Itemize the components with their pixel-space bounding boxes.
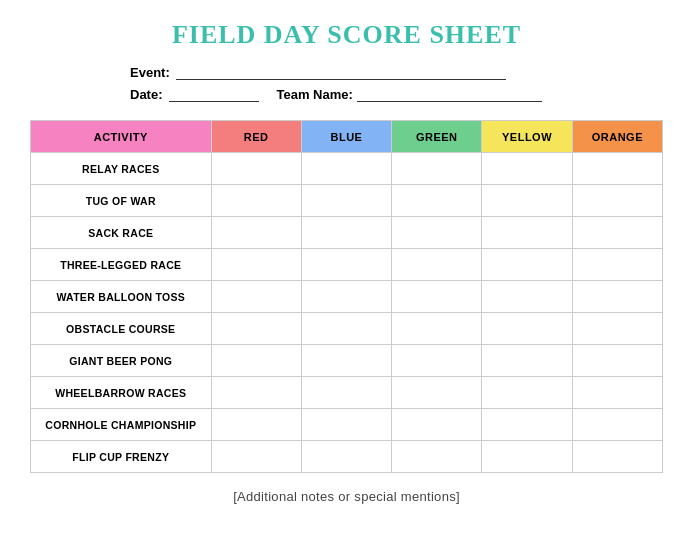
score-cell[interactable] [572,441,662,473]
score-cell[interactable] [301,249,391,281]
score-cell[interactable] [392,313,482,345]
score-cell[interactable] [211,345,301,377]
score-cell[interactable] [392,153,482,185]
score-cell[interactable] [392,281,482,313]
score-cell[interactable] [211,249,301,281]
score-cell[interactable] [392,217,482,249]
score-cell[interactable] [392,409,482,441]
score-cell[interactable] [482,441,572,473]
score-cell[interactable] [301,217,391,249]
event-label: Event: [130,65,170,80]
score-cell[interactable] [482,409,572,441]
activity-cell: SACK RACE [31,217,212,249]
table-row: SACK RACE [31,217,663,249]
score-cell[interactable] [301,185,391,217]
activity-cell: GIANT BEER PONG [31,345,212,377]
col-red: RED [211,121,301,153]
score-cell[interactable] [392,249,482,281]
score-cell[interactable] [482,377,572,409]
activity-cell: RELAY RACES [31,153,212,185]
table-row: WHEELBARROW RACES [31,377,663,409]
score-cell[interactable] [211,153,301,185]
score-cell[interactable] [482,153,572,185]
team-input[interactable] [357,86,542,102]
activity-cell: TUG OF WAR [31,185,212,217]
table-row: CORNHOLE CHAMPIONSHIP [31,409,663,441]
score-cell[interactable] [301,441,391,473]
score-cell[interactable] [482,313,572,345]
score-cell[interactable] [301,345,391,377]
table-row: TUG OF WAR [31,185,663,217]
score-cell[interactable] [392,345,482,377]
score-cell[interactable] [482,249,572,281]
activity-cell: FLIP CUP FRENZY [31,441,212,473]
form-fields: Event: Date: Team Name: [30,64,663,102]
score-cell[interactable] [301,281,391,313]
table-row: THREE-LEGGED RACE [31,249,663,281]
score-cell[interactable] [211,377,301,409]
score-cell[interactable] [482,345,572,377]
col-orange: ORANGE [572,121,662,153]
score-cell[interactable] [301,153,391,185]
score-cell[interactable] [211,217,301,249]
activity-cell: CORNHOLE CHAMPIONSHIP [31,409,212,441]
score-cell[interactable] [301,377,391,409]
col-yellow: YELLOW [482,121,572,153]
score-cell[interactable] [392,441,482,473]
score-table: ACTIVITY RED BLUE GREEN YELLOW ORANGE RE… [30,120,663,473]
score-cell[interactable] [572,153,662,185]
date-label: Date: [130,87,163,102]
score-cell[interactable] [211,281,301,313]
score-cell[interactable] [572,409,662,441]
score-cell[interactable] [392,185,482,217]
activity-cell: THREE-LEGGED RACE [31,249,212,281]
table-row: FLIP CUP FRENZY [31,441,663,473]
score-cell[interactable] [572,281,662,313]
activity-cell: WATER BALLOON TOSS [31,281,212,313]
score-cell[interactable] [482,217,572,249]
score-cell[interactable] [392,377,482,409]
table-row: RELAY RACES [31,153,663,185]
table-row: WATER BALLOON TOSS [31,281,663,313]
score-cell[interactable] [301,313,391,345]
activity-cell: WHEELBARROW RACES [31,377,212,409]
score-cell[interactable] [572,217,662,249]
score-cell[interactable] [482,185,572,217]
score-cell[interactable] [211,441,301,473]
col-activity: ACTIVITY [31,121,212,153]
table-row: OBSTACLE COURSE [31,313,663,345]
score-cell[interactable] [572,185,662,217]
page-title: FIELD DAY SCORE SHEET [30,20,663,50]
score-cell[interactable] [572,377,662,409]
notes-text: [Additional notes or special mentions] [30,489,663,504]
date-input[interactable] [169,86,259,102]
score-cell[interactable] [211,409,301,441]
team-label: Team Name: [277,87,353,102]
score-cell[interactable] [211,185,301,217]
event-input[interactable] [176,64,506,80]
score-cell[interactable] [572,249,662,281]
score-cell[interactable] [572,313,662,345]
activity-cell: OBSTACLE COURSE [31,313,212,345]
score-cell[interactable] [301,409,391,441]
score-cell[interactable] [211,313,301,345]
score-cell[interactable] [482,281,572,313]
score-cell[interactable] [572,345,662,377]
table-row: GIANT BEER PONG [31,345,663,377]
col-green: GREEN [392,121,482,153]
col-blue: BLUE [301,121,391,153]
